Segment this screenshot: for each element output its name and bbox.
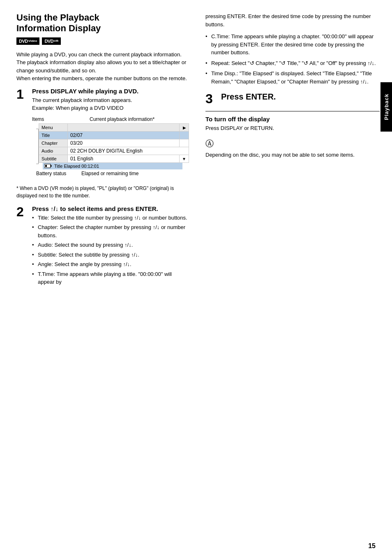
sidebar-playback-tab: Playback <box>380 82 392 132</box>
step-2: 2 Press ↑/↓ to select items and press EN… <box>16 205 189 288</box>
section-divider <box>205 111 380 111</box>
step-2-bullets: Title: Select the title number by pressi… <box>32 214 189 286</box>
badge-dvd-vr: DVDVR <box>42 37 61 45</box>
intro-paragraph: While playing a DVD, you can check the c… <box>16 51 189 83</box>
list-item: Audio: Select the sound by pressing ↑/↓. <box>32 241 189 249</box>
table-cell-arrow <box>180 139 189 147</box>
table-cell-arrow <box>180 155 189 162</box>
table-cell-arrow <box>180 123 189 131</box>
step-3-title: Press ENTER. <box>221 92 380 102</box>
playback-diagram: Items Current playback information* Menu <box>32 116 189 176</box>
table-row: Menu <box>39 123 189 131</box>
list-item: Repeat: Select "↺ Chapter," "↺ Title," "… <box>205 59 380 67</box>
table-row: Chapter 03/20 <box>39 139 189 147</box>
list-item: Subtitle: Select the subtitle by pressin… <box>32 251 189 259</box>
step-3-number: 3 <box>205 92 217 105</box>
right-bullets: C.Time: Time appears while playing a cha… <box>205 32 380 86</box>
status-bar-text: Title Elapsed 00:12:01 <box>54 164 99 169</box>
step-2-title: Press ↑/↓ to select items and press ENTE… <box>32 205 189 212</box>
list-item: Chapter: Select the chapter number by pr… <box>32 223 189 239</box>
table-cell-label: Audio <box>39 147 68 155</box>
table-cell-value: 02 2CH DOLBY DIGITAL English <box>68 147 189 155</box>
table-row: Title 02/07 <box>39 131 189 139</box>
step-1-body1: The current playback information appears… <box>32 96 189 104</box>
step-2-number: 2 <box>16 205 28 288</box>
svg-rect-2 <box>51 165 52 167</box>
turn-off-body: Press DISPLAY or RETURN. <box>205 124 380 132</box>
current-info-label: Current playback information* <box>90 116 154 122</box>
step-1: 1 Press DISPLAY while playing a DVD. The… <box>16 88 189 179</box>
list-item: C.Time: Time appears while playing a cha… <box>205 32 380 57</box>
step-1-body2: Example: When playing a DVD VIDEO <box>32 104 189 112</box>
list-item: Angle: Select the angle by pressing ↑/↓. <box>32 260 189 269</box>
table-cell-arrow <box>180 131 189 139</box>
svg-rect-1 <box>45 165 47 167</box>
list-item: T.Time: Time appears while playing a tit… <box>32 270 189 286</box>
table-cell-value: 03/20 <box>68 139 180 147</box>
list-item: Time Disp.: "Title Elapsed" is displayed… <box>205 69 380 86</box>
note-icon: Ⓐ <box>205 138 380 149</box>
items-label: Items <box>32 116 57 122</box>
table-row: Subtitle 01 English <box>39 155 189 162</box>
table-cell-label: Title <box>39 131 68 139</box>
table-cell-value: 02/07 <box>68 131 180 139</box>
battery-status-label: Battery status <box>36 171 81 176</box>
table-cell-subtitle-value: 01 English <box>68 155 180 162</box>
table-cell-subtitle-label: Subtitle <box>39 155 68 162</box>
page-number: 15 <box>368 542 376 550</box>
list-item: Title: Select the title number by pressi… <box>32 214 189 222</box>
status-bar: Title Elapsed 00:12:01 <box>43 163 182 169</box>
table-row: Audio 02 2CH DOLBY DIGITAL English <box>39 147 189 155</box>
table-cell-label: Menu <box>39 123 68 131</box>
badge-row: DVDVideo DVDVR <box>16 37 189 45</box>
elapsed-label: Elapsed or remaining time <box>81 171 138 176</box>
turn-off-title: To turn off the display <box>205 116 380 123</box>
battery-icon <box>44 164 52 168</box>
step-1-number: 1 <box>16 88 28 179</box>
badge-dvd-video: DVDVideo <box>16 37 39 45</box>
step-1-title: Press DISPLAY while playing a DVD. <box>32 88 189 95</box>
right-intro: pressing ENTER. Enter the desired time c… <box>205 12 380 28</box>
footnote: * When a DVD (VR mode) is played, "PL" (… <box>16 185 189 199</box>
diagram-table: Menu Title 02/07 <box>39 123 189 163</box>
table-cell-value <box>68 123 180 131</box>
step-3: 3 Press ENTER. <box>205 92 380 105</box>
table-cell-label: Chapter <box>39 139 68 147</box>
page-title: Using the Playback Information Display <box>16 12 189 34</box>
note-text: Depending on the disc, you may not be ab… <box>205 151 380 159</box>
diagram-bottom-labels: Battery status Elapsed or remaining time <box>36 171 189 176</box>
